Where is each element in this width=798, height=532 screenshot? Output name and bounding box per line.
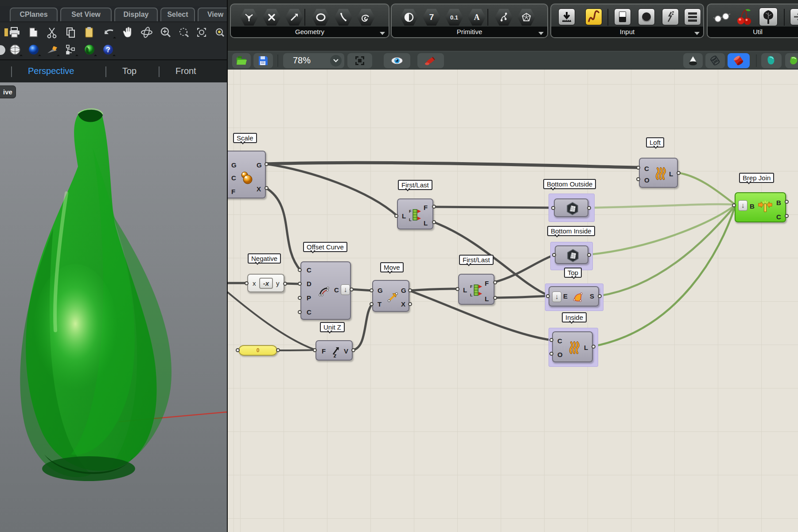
ribbon-group-label[interactable]: Util bbox=[708, 27, 798, 37]
cherry-picker-icon[interactable] bbox=[735, 8, 753, 28]
layout-hierarchy-icon[interactable] bbox=[63, 43, 78, 58]
glasses-icon[interactable] bbox=[713, 11, 732, 26]
port-nub[interactable] bbox=[551, 206, 555, 210]
wireframe-sphere-icon[interactable] bbox=[8, 43, 23, 58]
expand-down-button[interactable]: ↓ bbox=[341, 284, 350, 295]
port-nub[interactable] bbox=[432, 205, 436, 209]
custom-preview-button[interactable] bbox=[761, 53, 782, 68]
port-nub[interactable] bbox=[552, 253, 556, 257]
port-nub[interactable] bbox=[455, 287, 459, 291]
node-top[interactable]: ↓ E S bbox=[549, 286, 599, 307]
shaded-preview-button[interactable] bbox=[728, 53, 750, 68]
port-nub[interactable] bbox=[298, 296, 302, 300]
undo-icon[interactable] bbox=[101, 25, 116, 40]
port-nub[interactable] bbox=[549, 338, 553, 342]
clipped-icon[interactable] bbox=[790, 8, 798, 25]
preview-eye-button[interactable] bbox=[384, 53, 410, 68]
node-number-slider[interactable]: 0 bbox=[238, 345, 277, 356]
viewport-tab-front[interactable]: Front bbox=[175, 66, 196, 76]
expand-down-button[interactable]: ↓ bbox=[738, 200, 747, 211]
port-nub[interactable] bbox=[298, 282, 302, 286]
rhino-tab-set-view[interactable]: Set View bbox=[60, 8, 112, 21]
port-nub[interactable] bbox=[546, 294, 550, 298]
copy-icon[interactable] bbox=[63, 25, 78, 40]
list-icon[interactable] bbox=[684, 8, 701, 25]
port-nub[interactable] bbox=[732, 203, 736, 207]
node-first-last-1[interactable]: L F L F L bbox=[397, 198, 433, 229]
ribbon-group-label[interactable]: Geometry bbox=[231, 27, 389, 37]
zoom-dropdown[interactable]: 78% bbox=[283, 53, 344, 68]
save-file-button[interactable] bbox=[253, 53, 273, 68]
knob-icon[interactable] bbox=[638, 8, 655, 25]
number-slider-icon[interactable] bbox=[558, 8, 575, 25]
zoom-window-icon[interactable] bbox=[176, 25, 191, 40]
boolean-icon[interactable] bbox=[400, 8, 418, 26]
port-nub[interactable] bbox=[677, 171, 681, 175]
clipped-button[interactable] bbox=[785, 53, 798, 68]
port-nub[interactable] bbox=[408, 288, 412, 292]
pan-hand-icon[interactable] bbox=[121, 25, 136, 40]
ribbon-group-label[interactable]: Primitive bbox=[392, 27, 547, 37]
port-nub[interactable] bbox=[785, 200, 789, 204]
node-first-last-2[interactable]: L F L F L bbox=[458, 274, 494, 305]
node-loft[interactable]: C O L bbox=[639, 158, 678, 188]
shaded-sphere-icon[interactable] bbox=[26, 43, 41, 58]
node-move[interactable]: G T G X bbox=[372, 280, 409, 312]
rhino-tab-cplanes[interactable]: CPlanes bbox=[10, 8, 58, 21]
port-nub[interactable] bbox=[636, 177, 640, 181]
node-bottom-outside[interactable] bbox=[554, 198, 588, 217]
port-nub[interactable] bbox=[636, 166, 640, 170]
spiral-icon[interactable] bbox=[357, 8, 375, 26]
port-nub[interactable] bbox=[370, 288, 374, 292]
node-bottom-inside[interactable] bbox=[555, 245, 588, 264]
points-preview-button[interactable] bbox=[683, 53, 703, 68]
port-nub[interactable] bbox=[587, 253, 591, 257]
render-globe-icon[interactable] bbox=[82, 43, 97, 58]
toggle-icon[interactable] bbox=[614, 8, 631, 25]
port-nub[interactable] bbox=[245, 281, 249, 285]
integer-icon[interactable]: 7 bbox=[422, 8, 441, 26]
viewport-tab-perspective[interactable]: Perspective bbox=[28, 66, 74, 76]
node-inside[interactable]: C O L bbox=[552, 331, 593, 362]
path-icon[interactable] bbox=[494, 8, 513, 26]
new-file-icon[interactable] bbox=[26, 25, 41, 40]
text-icon[interactable]: A bbox=[467, 8, 486, 26]
open-file-button[interactable] bbox=[232, 53, 251, 68]
node-offset-curve[interactable]: C D P C C ↓ bbox=[300, 261, 351, 320]
gh-canvas[interactable]: Scale Negative Offset Curve Unit Z Move … bbox=[228, 70, 798, 532]
node-scale[interactable]: G C F G X bbox=[228, 151, 266, 198]
rotate-view-icon[interactable] bbox=[139, 25, 154, 40]
wireframe-preview-button[interactable] bbox=[705, 53, 725, 68]
mesh-icon[interactable] bbox=[517, 8, 536, 26]
zoom-extents-button[interactable] bbox=[347, 53, 372, 68]
curve-icon[interactable] bbox=[334, 8, 353, 26]
viewport-tab-top[interactable]: Top bbox=[122, 66, 136, 76]
rhino-tab-display[interactable]: Display bbox=[114, 8, 158, 21]
ribbon-group-label[interactable]: Input bbox=[551, 27, 703, 37]
port-nub[interactable] bbox=[598, 294, 602, 298]
port-nub[interactable] bbox=[351, 348, 355, 352]
gradient-icon[interactable] bbox=[662, 8, 679, 25]
port-nub[interactable] bbox=[493, 280, 497, 284]
port-nub[interactable] bbox=[370, 302, 374, 306]
spotlight-icon[interactable] bbox=[45, 43, 60, 58]
port-nub[interactable] bbox=[283, 282, 287, 286]
circle-icon[interactable] bbox=[311, 8, 330, 26]
port-nub[interactable] bbox=[265, 186, 269, 190]
rhino-tab-select[interactable]: Select bbox=[160, 8, 195, 21]
rhino-tab-view[interactable]: View bbox=[198, 8, 227, 21]
port-nub[interactable] bbox=[549, 352, 553, 356]
node-brep-join[interactable]: ↓ B B C bbox=[735, 192, 786, 222]
node-negative[interactable]: x -x y bbox=[247, 274, 284, 292]
zoom-in-icon[interactable] bbox=[158, 25, 173, 40]
port-nub[interactable] bbox=[493, 296, 497, 300]
draw-brush-button[interactable] bbox=[417, 53, 444, 68]
point-icon[interactable] bbox=[240, 8, 258, 26]
port-nub[interactable] bbox=[265, 162, 269, 166]
rhino-viewport[interactable]: ive bbox=[0, 82, 227, 532]
port-nub[interactable] bbox=[592, 345, 596, 349]
port-nub[interactable] bbox=[785, 214, 789, 218]
vector-icon[interactable] bbox=[285, 8, 304, 26]
x-param-icon[interactable] bbox=[262, 8, 281, 26]
port-nub[interactable] bbox=[313, 348, 317, 352]
